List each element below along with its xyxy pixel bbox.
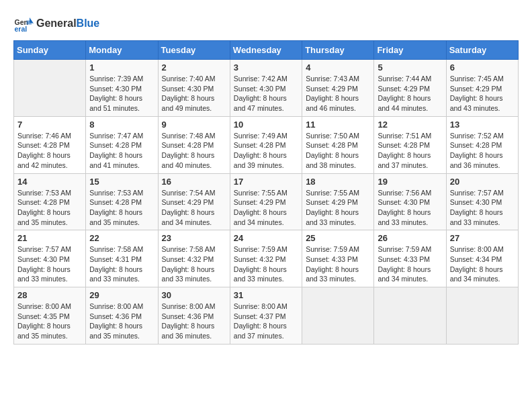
calendar-day-cell: 6Sunrise: 7:45 AMSunset: 4:29 PMDaylight… <box>446 60 518 117</box>
day-number: 19 <box>378 177 442 187</box>
day-info: Sunrise: 8:00 AMSunset: 4:34 PMDaylight:… <box>450 244 515 284</box>
day-number: 23 <box>162 233 226 243</box>
day-info: Sunrise: 7:57 AMSunset: 4:30 PMDaylight:… <box>450 188 515 228</box>
calendar-day-cell <box>302 287 374 345</box>
calendar-day-cell: 9Sunrise: 7:48 AMSunset: 4:28 PMDaylight… <box>158 116 230 173</box>
day-number: 14 <box>17 177 82 187</box>
svg-marker-3 <box>27 21 32 25</box>
day-number: 6 <box>450 62 515 73</box>
calendar-day-cell: 12Sunrise: 7:51 AMSunset: 4:28 PMDayligh… <box>374 116 446 173</box>
calendar-day-cell: 30Sunrise: 8:00 AMSunset: 4:36 PMDayligh… <box>158 287 230 345</box>
day-number: 2 <box>162 62 226 73</box>
calendar-day-cell: 22Sunrise: 7:58 AMSunset: 4:31 PMDayligh… <box>86 230 158 287</box>
day-number: 18 <box>306 177 370 187</box>
calendar-day-cell <box>446 287 518 345</box>
day-number: 17 <box>234 177 298 187</box>
weekday-header-cell: Thursday <box>302 41 374 60</box>
day-info: Sunrise: 7:40 AMSunset: 4:30 PMDaylight:… <box>162 74 226 113</box>
calendar-day-cell: 19Sunrise: 7:56 AMSunset: 4:30 PMDayligh… <box>374 173 446 230</box>
day-info: Sunrise: 7:58 AMSunset: 4:32 PMDaylight:… <box>162 244 226 284</box>
day-number: 5 <box>378 62 442 73</box>
calendar-day-cell: 18Sunrise: 7:55 AMSunset: 4:29 PMDayligh… <box>302 173 374 230</box>
calendar-week-row: 28Sunrise: 8:00 AMSunset: 4:35 PMDayligh… <box>14 287 519 345</box>
calendar-day-cell: 31Sunrise: 8:00 AMSunset: 4:37 PMDayligh… <box>230 287 302 345</box>
day-number: 21 <box>17 233 82 243</box>
calendar-day-cell: 10Sunrise: 7:49 AMSunset: 4:28 PMDayligh… <box>230 116 302 173</box>
day-number: 13 <box>450 120 515 130</box>
day-number: 29 <box>89 290 154 300</box>
calendar-day-cell <box>374 287 446 345</box>
day-info: Sunrise: 7:56 AMSunset: 4:30 PMDaylight:… <box>378 188 442 228</box>
day-info: Sunrise: 7:57 AMSunset: 4:30 PMDaylight:… <box>17 244 82 284</box>
weekday-header-cell: Sunday <box>14 41 86 60</box>
day-info: Sunrise: 7:54 AMSunset: 4:29 PMDaylight:… <box>162 188 226 228</box>
day-info: Sunrise: 7:53 AMSunset: 4:28 PMDaylight:… <box>17 188 82 228</box>
day-info: Sunrise: 7:49 AMSunset: 4:28 PMDaylight:… <box>234 131 298 171</box>
day-info: Sunrise: 8:00 AMSunset: 4:36 PMDaylight:… <box>89 302 154 341</box>
calendar-day-cell: 28Sunrise: 8:00 AMSunset: 4:35 PMDayligh… <box>14 287 86 345</box>
weekday-header-cell: Saturday <box>446 41 518 60</box>
calendar-day-cell: 23Sunrise: 7:58 AMSunset: 4:32 PMDayligh… <box>158 230 230 287</box>
day-info: Sunrise: 7:42 AMSunset: 4:30 PMDaylight:… <box>234 74 298 113</box>
day-number: 10 <box>234 120 298 130</box>
day-info: Sunrise: 7:59 AMSunset: 4:33 PMDaylight:… <box>378 244 442 284</box>
logo-text-line1: GeneralBlue <box>36 17 99 30</box>
logo-icon: Gen eral <box>13 13 34 34</box>
calendar-day-cell: 15Sunrise: 7:53 AMSunset: 4:28 PMDayligh… <box>86 173 158 230</box>
calendar-table: SundayMondayTuesdayWednesdayThursdayFrid… <box>13 40 519 345</box>
calendar-body: 1Sunrise: 7:39 AMSunset: 4:30 PMDaylight… <box>14 60 519 345</box>
day-info: Sunrise: 7:43 AMSunset: 4:29 PMDaylight:… <box>306 74 370 113</box>
calendar-day-cell: 27Sunrise: 8:00 AMSunset: 4:34 PMDayligh… <box>446 230 518 287</box>
calendar-day-cell <box>14 60 86 117</box>
day-info: Sunrise: 8:00 AMSunset: 4:36 PMDaylight:… <box>162 302 226 341</box>
weekday-header-cell: Friday <box>374 41 446 60</box>
day-info: Sunrise: 7:48 AMSunset: 4:28 PMDaylight:… <box>162 131 226 171</box>
calendar-day-cell: 20Sunrise: 7:57 AMSunset: 4:30 PMDayligh… <box>446 173 518 230</box>
calendar-week-row: 7Sunrise: 7:46 AMSunset: 4:28 PMDaylight… <box>14 116 519 173</box>
page-header: Gen eral GeneralBlue <box>13 13 519 34</box>
day-info: Sunrise: 7:55 AMSunset: 4:29 PMDaylight:… <box>306 188 370 228</box>
day-info: Sunrise: 7:44 AMSunset: 4:29 PMDaylight:… <box>378 74 442 113</box>
day-info: Sunrise: 7:59 AMSunset: 4:32 PMDaylight:… <box>234 244 298 284</box>
calendar-day-cell: 29Sunrise: 8:00 AMSunset: 4:36 PMDayligh… <box>86 287 158 345</box>
calendar-day-cell: 13Sunrise: 7:52 AMSunset: 4:28 PMDayligh… <box>446 116 518 173</box>
day-info: Sunrise: 7:55 AMSunset: 4:29 PMDaylight:… <box>234 188 298 228</box>
day-number: 15 <box>89 177 154 187</box>
weekday-header-cell: Wednesday <box>230 41 302 60</box>
day-number: 31 <box>234 290 298 300</box>
day-info: Sunrise: 7:47 AMSunset: 4:28 PMDaylight:… <box>89 131 154 171</box>
day-info: Sunrise: 7:53 AMSunset: 4:28 PMDaylight:… <box>89 188 154 228</box>
day-number: 24 <box>234 233 298 243</box>
calendar-day-cell: 24Sunrise: 7:59 AMSunset: 4:32 PMDayligh… <box>230 230 302 287</box>
day-number: 27 <box>450 233 515 243</box>
day-number: 26 <box>378 233 442 243</box>
calendar-day-cell: 7Sunrise: 7:46 AMSunset: 4:28 PMDaylight… <box>14 116 86 173</box>
calendar-day-cell: 17Sunrise: 7:55 AMSunset: 4:29 PMDayligh… <box>230 173 302 230</box>
day-info: Sunrise: 7:58 AMSunset: 4:31 PMDaylight:… <box>89 244 154 284</box>
day-info: Sunrise: 8:00 AMSunset: 4:35 PMDaylight:… <box>17 302 82 341</box>
calendar-week-row: 14Sunrise: 7:53 AMSunset: 4:28 PMDayligh… <box>14 173 519 230</box>
day-number: 11 <box>306 120 370 130</box>
calendar-week-row: 21Sunrise: 7:57 AMSunset: 4:30 PMDayligh… <box>14 230 519 287</box>
calendar-day-cell: 16Sunrise: 7:54 AMSunset: 4:29 PMDayligh… <box>158 173 230 230</box>
calendar-day-cell: 8Sunrise: 7:47 AMSunset: 4:28 PMDaylight… <box>86 116 158 173</box>
day-info: Sunrise: 7:46 AMSunset: 4:28 PMDaylight:… <box>17 131 82 171</box>
weekday-header-cell: Monday <box>86 41 158 60</box>
day-number: 20 <box>450 177 515 187</box>
day-info: Sunrise: 7:51 AMSunset: 4:28 PMDaylight:… <box>378 131 442 171</box>
day-info: Sunrise: 7:59 AMSunset: 4:33 PMDaylight:… <box>306 244 370 284</box>
day-number: 25 <box>306 233 370 243</box>
svg-text:eral: eral <box>15 25 28 33</box>
day-number: 8 <box>89 120 154 130</box>
day-number: 4 <box>306 62 370 73</box>
day-number: 30 <box>162 290 226 300</box>
calendar-day-cell: 21Sunrise: 7:57 AMSunset: 4:30 PMDayligh… <box>14 230 86 287</box>
calendar-day-cell: 25Sunrise: 7:59 AMSunset: 4:33 PMDayligh… <box>302 230 374 287</box>
calendar-day-cell: 4Sunrise: 7:43 AMSunset: 4:29 PMDaylight… <box>302 60 374 117</box>
day-info: Sunrise: 7:39 AMSunset: 4:30 PMDaylight:… <box>89 74 154 113</box>
calendar-day-cell: 1Sunrise: 7:39 AMSunset: 4:30 PMDaylight… <box>86 60 158 117</box>
day-number: 28 <box>17 290 82 300</box>
day-number: 9 <box>162 120 226 130</box>
logo: Gen eral GeneralBlue <box>13 13 99 34</box>
weekday-header-row: SundayMondayTuesdayWednesdayThursdayFrid… <box>14 41 519 60</box>
